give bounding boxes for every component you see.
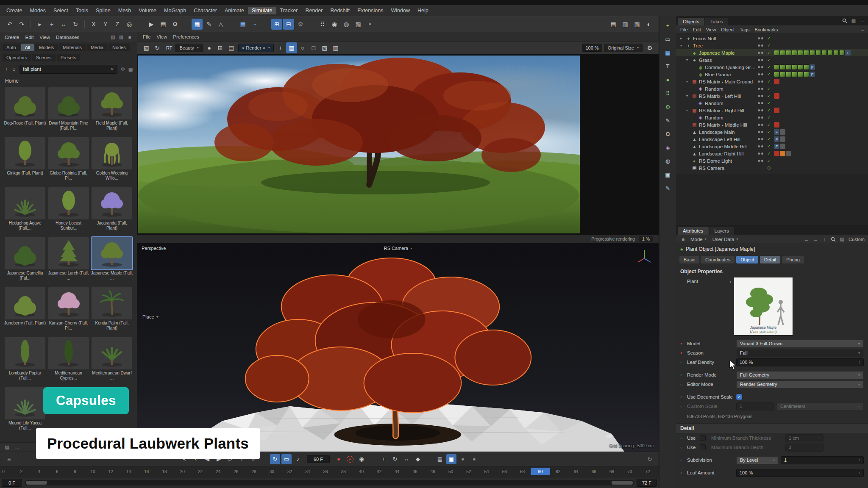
camera-link-icon[interactable]: ⊕	[767, 166, 774, 170]
tab-objects[interactable]: Objects	[678, 18, 704, 25]
object-options-icon[interactable]: ≡	[859, 17, 866, 25]
filter-all[interactable]: All	[21, 44, 34, 51]
coordinate-system-icon[interactable]: ◎	[124, 19, 135, 30]
pixel-probe-icon[interactable]: +	[275, 42, 286, 53]
menu-window[interactable]: Window	[387, 7, 413, 14]
menu-spline[interactable]: Spline	[92, 7, 114, 14]
menu-tools[interactable]: Tools	[72, 7, 92, 14]
mograph-icon[interactable]: ⠿	[317, 19, 328, 30]
keyframe-dot[interactable]: ○	[680, 458, 687, 462]
keyframe-dot[interactable]: ○	[680, 360, 687, 364]
object-properties-header[interactable]: Object Properties	[676, 265, 868, 276]
home-icon[interactable]: ⌂	[10, 65, 18, 73]
render-visibility-dot[interactable]	[761, 160, 763, 162]
fields-tag-icon[interactable]: F	[774, 136, 779, 142]
keyframe-dot[interactable]: ○	[680, 446, 687, 449]
modeling-settings-icon[interactable]: ⚙	[295, 19, 306, 30]
record-rotation-icon[interactable]: ↻	[390, 454, 400, 464]
filter-objects-icon[interactable]: ▥	[850, 17, 857, 25]
enabled-check-icon[interactable]: ✓	[767, 86, 774, 91]
quantize-icon[interactable]: ⊟	[283, 19, 294, 30]
simulation-rope-icon[interactable]: ~	[249, 19, 260, 30]
sound-button[interactable]: ♪	[293, 454, 303, 464]
viewport-menu-file[interactable]: File	[140, 34, 154, 39]
object-row-landscape-main[interactable]: ▲Landscape Main✓F	[676, 128, 868, 136]
enabled-check-icon[interactable]: ✓	[767, 115, 774, 120]
menu-render[interactable]: Render	[301, 7, 326, 14]
render-visibility-dot[interactable]	[761, 44, 763, 47]
asset-item-mediterranean-dwarf[interactable]: Mediterranean Dwarf ...	[91, 337, 133, 387]
menu-mograph[interactable]: MoGraph	[160, 7, 190, 14]
enabled-check-icon[interactable]: ✓	[767, 108, 774, 113]
enabled-check-icon[interactable]: ✓	[767, 101, 774, 105]
ipr-refresh-icon[interactable]: ↻	[152, 42, 163, 53]
clear-search-icon[interactable]: ✕	[111, 67, 114, 72]
asset-item-mediterranean-cypres[interactable]: Mediterranean Cypres...	[48, 337, 89, 387]
editor-visibility-dot[interactable]	[758, 95, 760, 97]
layout-reset-icon[interactable]: ◐	[643, 19, 654, 30]
user-data-dropdown[interactable]: User Data ▾	[710, 237, 741, 242]
render-visibility-dot[interactable]	[761, 138, 763, 140]
geometry-tag-icon[interactable]	[780, 144, 785, 149]
cube-tool-icon[interactable]: ▦	[662, 47, 673, 58]
filter-operators[interactable]: Operators	[3, 54, 31, 61]
asset-menu-edit[interactable]: Edit	[22, 35, 37, 40]
object-tree-empty-area[interactable]	[676, 174, 868, 225]
cloner-tool-icon[interactable]: ⠿	[662, 88, 673, 98]
render-view-icon[interactable]: ▶	[146, 19, 157, 30]
enabled-check-icon[interactable]: ✓	[767, 58, 774, 62]
material-tag-icon[interactable]	[792, 64, 797, 70]
grid-overlay-icon[interactable]: ⊞	[215, 42, 226, 53]
object-row-rs-camera[interactable]: ▣RS Camera⊕	[676, 164, 868, 172]
mode-dropdown[interactable]: Mode ▾	[688, 237, 709, 242]
asset-item-japanese-larch-fall[interactable]: Japanese Larch (Fall, ...	[48, 237, 89, 287]
picture-viewer-icon[interactable]: ▥	[330, 42, 341, 53]
magnet-tool-icon[interactable]: Ω	[662, 129, 673, 139]
leaf-density-field[interactable]: 100 %↕	[736, 358, 864, 366]
fields-tag-icon[interactable]: F	[810, 72, 815, 77]
detail-header[interactable]: Detail	[676, 423, 868, 433]
asset-section-home[interactable]: Home	[0, 75, 137, 86]
geometry-tag-icon[interactable]	[780, 136, 785, 142]
viewport-name-label[interactable]: Perspective	[142, 246, 166, 251]
filter-auto[interactable]: Auto	[3, 44, 20, 51]
history-icon[interactable]: ▤	[226, 42, 237, 53]
mask-icon[interactable]: □	[308, 42, 319, 53]
menu-mesh[interactable]: Mesh	[114, 7, 135, 14]
preview-range-button[interactable]: ▭	[281, 454, 292, 464]
spline-pen-icon[interactable]: ✎	[203, 19, 214, 30]
viewport-menu-preferences[interactable]: Preferences	[170, 34, 202, 39]
parent-arrow-icon[interactable]: ↑	[821, 236, 828, 243]
panel-menu-icon[interactable]: ≡	[679, 236, 687, 243]
asset-item-honey-locust-sunbur[interactable]: Honey Locust 'Sunbur...	[48, 187, 89, 237]
editor-visibility-dot[interactable]	[758, 138, 760, 140]
render-visibility-dot[interactable]	[761, 80, 763, 83]
y-axis-lock-button[interactable]: Y	[100, 19, 111, 30]
geometry-tag-icon[interactable]	[780, 129, 785, 135]
render-visibility-dot[interactable]	[761, 37, 763, 39]
editor-visibility-dot[interactable]	[758, 152, 760, 155]
render-visibility-dot[interactable]	[761, 145, 763, 147]
enabled-check-icon[interactable]: ✓	[767, 151, 774, 156]
custom-label[interactable]: Custom	[847, 237, 865, 242]
filter-scenes[interactable]: Scenes	[32, 54, 56, 61]
model-dropdown[interactable]: Variant 3 Full-Grown▾	[736, 340, 864, 348]
use-document-scale-checkbox[interactable]: ✓	[736, 394, 742, 400]
expand-arrow-icon[interactable]: ▾	[686, 80, 691, 83]
asset-menu-create[interactable]: Create	[2, 35, 22, 40]
filter-media[interactable]: Media	[87, 44, 107, 51]
material-tag-icon[interactable]	[792, 72, 797, 77]
menu-create[interactable]: Create	[3, 7, 26, 14]
redshift-tag-icon[interactable]	[774, 108, 779, 113]
render-visibility-dot[interactable]	[761, 109, 763, 111]
effector-tool-icon[interactable]: ⚙	[662, 102, 673, 112]
tab-object[interactable]: Object	[736, 256, 758, 263]
menu-character[interactable]: Character	[190, 7, 221, 14]
asset-item-dwarf-mountain-pine-fall-pl[interactable]: Dwarf Mountain Pine (Fall, Pl...	[48, 87, 89, 137]
viewport-menu-view[interactable]: View	[154, 34, 170, 39]
filter-icon[interactable]: ▧	[319, 42, 330, 53]
spline-tool-icon[interactable]: ✎	[662, 115, 673, 125]
subdivision-level-field[interactable]: 1↕	[781, 456, 864, 464]
range-handle-right[interactable]	[612, 481, 633, 485]
fields-icon[interactable]: ◉	[329, 19, 340, 30]
